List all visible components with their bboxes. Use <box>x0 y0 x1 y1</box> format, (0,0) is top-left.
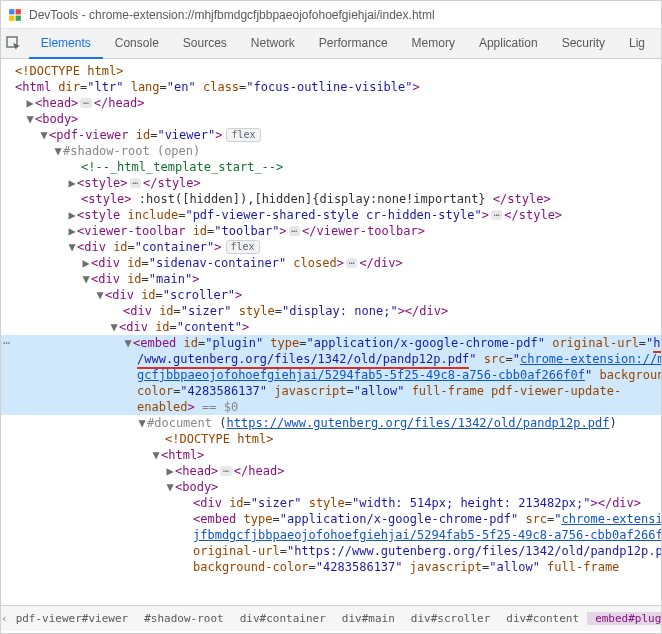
ellipsis-icon[interactable]: ⋯ <box>220 466 231 476</box>
tree-row[interactable]: ▼#shadow-root (open) <box>1 143 661 159</box>
collapse-icon[interactable]: ▼ <box>25 111 35 127</box>
devtools-toolbar: Elements Console Sources Network Perform… <box>1 29 661 59</box>
collapse-icon[interactable]: ▼ <box>81 271 91 287</box>
tree-row-selected[interactable]: enabled> == $0 <box>1 399 661 415</box>
expand-icon[interactable]: ▶ <box>165 463 175 479</box>
tree-row[interactable]: ▼<div id="scroller"> <box>1 287 661 303</box>
breadcrumb-bar: ‹ pdf-viewer#viewer #shadow-root div#con… <box>1 605 661 631</box>
tab-performance[interactable]: Performance <box>307 29 400 59</box>
tree-row[interactable]: original-url="https://www.gutenberg.org/… <box>1 543 661 559</box>
window-title: DevTools - chrome-extension://mhjfbmdgcf… <box>29 8 435 22</box>
tree-row-selected[interactable]: color="4283586137" javascript="allow" fu… <box>1 383 661 399</box>
breadcrumb-item[interactable]: div#container <box>232 612 334 625</box>
selected-node-indicator: == $0 <box>202 400 238 414</box>
flex-badge[interactable]: flex <box>226 240 260 254</box>
expand-icon[interactable]: ▶ <box>25 95 35 111</box>
svg-rect-1 <box>16 9 21 14</box>
tree-row-selected[interactable]: gcfjbbpaeojofohoefgiehjai/5294fab5-5f25-… <box>1 367 661 383</box>
breadcrumb-scroll-left[interactable]: ‹ <box>1 612 8 625</box>
tree-row[interactable]: jfbmdgcfjbbpaeojofohoefgiehjai/5294fab5-… <box>1 527 661 543</box>
tree-row[interactable]: ▼<body> <box>1 111 661 127</box>
tree-row-selected[interactable]: ⋯ ▼<embed id="plugin" type="application/… <box>1 335 661 351</box>
expand-icon[interactable]: ▶ <box>67 223 77 239</box>
collapse-icon[interactable]: ▼ <box>109 319 119 335</box>
tab-security[interactable]: Security <box>550 29 617 59</box>
tab-sources[interactable]: Sources <box>171 29 239 59</box>
tree-row[interactable]: background-color="4283586137" javascript… <box>1 559 661 575</box>
tree-row[interactable]: ▶<style include="pdf-viewer-shared-style… <box>1 207 661 223</box>
collapse-icon[interactable]: ▼ <box>137 415 147 431</box>
collapse-icon[interactable]: ▼ <box>151 447 161 463</box>
tree-row[interactable]: ▼<pdf-viewer id="viewer">flex <box>1 127 661 143</box>
collapse-icon[interactable]: ▼ <box>123 335 133 351</box>
collapse-icon[interactable]: ▼ <box>53 143 63 159</box>
document-url-link[interactable]: https://www.gutenberg.org/files/1342/old… <box>227 416 610 430</box>
tree-row[interactable]: ▼<div id="main"> <box>1 271 661 287</box>
tab-overflow[interactable]: Lig <box>617 29 657 59</box>
inspect-element-button[interactable] <box>5 31 23 57</box>
collapse-icon[interactable]: ▼ <box>95 287 105 303</box>
svg-rect-0 <box>9 9 14 14</box>
gutter-dots-icon[interactable]: ⋯ <box>3 335 10 351</box>
tree-row[interactable]: ▼<html> <box>1 447 661 463</box>
devtools-icon <box>7 7 23 23</box>
tab-console[interactable]: Console <box>103 29 171 59</box>
inner-embed-src-link[interactable]: chrome-extension://mh <box>562 512 661 526</box>
ellipsis-icon[interactable]: ⋯ <box>80 98 91 108</box>
breadcrumb-item[interactable]: #shadow-root <box>136 612 231 625</box>
panel-tabs: Elements Console Sources Network Perform… <box>29 29 657 59</box>
tree-row[interactable]: ▶<head>⋯</head> <box>1 95 661 111</box>
breadcrumb-item[interactable]: pdf-viewer#viewer <box>8 612 137 625</box>
tree-row[interactable]: ▶<style>⋯</style> <box>1 175 661 191</box>
breadcrumb-item-selected[interactable]: embed#plugin <box>587 612 661 625</box>
tree-row[interactable]: <div id="sizer" style="width: 514px; hei… <box>1 495 661 511</box>
tab-network[interactable]: Network <box>239 29 307 59</box>
tree-row[interactable]: ▼<body> <box>1 479 661 495</box>
breadcrumb-item[interactable]: div#main <box>334 612 403 625</box>
elements-tree[interactable]: <!DOCTYPE html> <html dir="ltr" lang="en… <box>1 59 661 605</box>
ellipsis-icon[interactable]: ⋯ <box>289 226 300 236</box>
tree-row-selected[interactable]: /www.gutenberg.org/files/1342/old/pandp1… <box>1 351 661 367</box>
breadcrumb-item[interactable]: div#scroller <box>403 612 498 625</box>
tree-row[interactable]: ▶<viewer-toolbar id="toolbar">⋯</viewer-… <box>1 223 661 239</box>
inner-embed-src-link[interactable]: jfbmdgcfjbbpaeojofohoefgiehjai/5294fab5-… <box>193 528 661 542</box>
ellipsis-icon[interactable]: ⋯ <box>346 258 357 268</box>
expand-icon[interactable]: ▶ <box>67 207 77 223</box>
tree-row[interactable]: <style> :host([hidden]),[hidden]{display… <box>1 191 661 207</box>
tree-row[interactable]: ▶<div id="sidenav-container" closed>⋯</d… <box>1 255 661 271</box>
tree-row[interactable]: <!DOCTYPE html> <box>1 63 661 79</box>
tree-row[interactable]: <embed type="application/x-google-chrome… <box>1 511 661 527</box>
tree-row[interactable]: <html dir="ltr" lang="en" class="focus-o… <box>1 79 661 95</box>
flex-badge[interactable]: flex <box>226 128 260 142</box>
tree-row[interactable]: <!--_html_template_start_--> <box>1 159 661 175</box>
embed-src-link[interactable]: gcfjbbpaeojofohoefgiehjai/5294fab5-5f25-… <box>137 368 585 382</box>
svg-rect-2 <box>9 15 14 20</box>
collapse-icon[interactable]: ▼ <box>165 479 175 495</box>
tab-application[interactable]: Application <box>467 29 550 59</box>
svg-rect-3 <box>16 15 21 20</box>
expand-icon[interactable]: ▶ <box>81 255 91 271</box>
tree-row[interactable]: ▼<div id="content"> <box>1 319 661 335</box>
collapse-icon[interactable]: ▼ <box>67 239 77 255</box>
expand-icon[interactable]: ▶ <box>67 175 77 191</box>
original-url-highlight: https:/ <box>653 336 661 353</box>
window-titlebar: DevTools - chrome-extension://mhjfbmdgcf… <box>1 1 661 29</box>
tree-row[interactable]: <div id="sizer" style="display: none;"><… <box>1 303 661 319</box>
ellipsis-icon[interactable]: ⋯ <box>130 178 141 188</box>
tab-elements[interactable]: Elements <box>29 29 103 59</box>
tree-row[interactable]: ▼<div id="container">flex <box>1 239 661 255</box>
tree-row[interactable]: <!DOCTYPE html> <box>1 431 661 447</box>
embed-src-link[interactable]: chrome-extension://mhjfbmd <box>520 352 661 366</box>
tree-row[interactable]: ▶<head>⋯</head> <box>1 463 661 479</box>
tree-row[interactable]: ▼#document (https://www.gutenberg.org/fi… <box>1 415 661 431</box>
ellipsis-icon[interactable]: ⋯ <box>491 210 502 220</box>
tab-memory[interactable]: Memory <box>400 29 467 59</box>
breadcrumb-item[interactable]: div#content <box>498 612 587 625</box>
collapse-icon[interactable]: ▼ <box>39 127 49 143</box>
